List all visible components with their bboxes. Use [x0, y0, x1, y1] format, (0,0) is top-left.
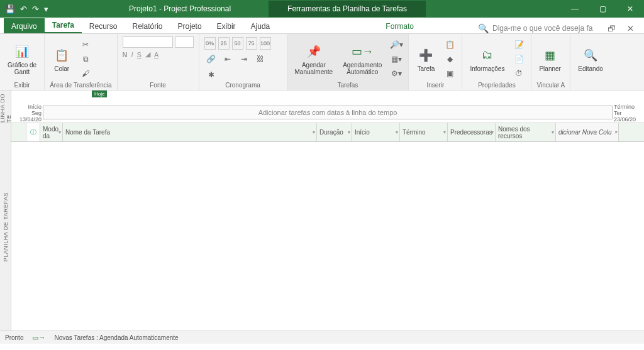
split-button[interactable]: ✱ — [204, 68, 218, 81]
schedule-auto-button[interactable]: ▭→ Agendamento Automático — [340, 41, 384, 77]
col-finish[interactable]: Término▾ — [400, 123, 448, 141]
ribbon-tabs: Arquivo Tarefa Recurso Relatório Projeto… — [0, 18, 644, 34]
tell-me-search[interactable]: 🔍 Diga-me o que você deseja fa — [478, 23, 592, 33]
group-editar: 🔍 Editando — [570, 34, 610, 90]
sheet-vtab[interactable]: PLANILHA DE TAREFAS — [0, 123, 11, 331]
timeline-pane: LINHA DO TE Hoje InícioSeg 13/04/20 Adic… — [0, 90, 644, 123]
status-bar: Pronto ▭→ Novas Tarefas : Agendada Autom… — [0, 331, 644, 344]
information-button[interactable]: 🗂 Informações — [467, 45, 507, 74]
col-name[interactable]: Nome da Tarefa▾ — [63, 123, 317, 141]
pin-icon: 📌 — [304, 43, 323, 60]
col-resources[interactable]: Nomes dos recursos▾ — [496, 123, 556, 141]
tab-ajuda[interactable]: Ajuda — [243, 18, 278, 33]
col-indicators[interactable]: ⓘ — [26, 123, 40, 141]
editing-button[interactable]: 🔍 Editando — [575, 45, 605, 74]
milestone-button[interactable]: ◆ — [443, 53, 457, 65]
unlink-button[interactable]: ⛓ — [253, 53, 267, 65]
timeline-start-label: InícioSeg 13/04/20 — [13, 104, 42, 123]
insert-task-button[interactable]: ➕ Tarefa — [414, 45, 438, 74]
tell-me-placeholder: Diga-me o que você deseja fa — [492, 24, 592, 33]
timeline-scale: Hoje — [11, 90, 644, 102]
format-painter-button[interactable]: 🖌 — [79, 67, 92, 80]
qat-more-icon[interactable]: ▾ — [44, 4, 48, 14]
col-index[interactable] — [11, 123, 26, 141]
deliverable-button[interactable]: ▣ — [443, 67, 457, 80]
tab-formato[interactable]: Formato — [378, 18, 421, 33]
undo-icon[interactable]: ↶ — [20, 4, 27, 14]
col-duration[interactable]: Duração▾ — [317, 123, 352, 141]
tab-projeto[interactable]: Projeto — [170, 18, 209, 33]
copy-button[interactable]: ⧉ — [79, 53, 92, 65]
info-icon: ⓘ — [30, 128, 36, 137]
group-vincular: ▦ Planner Vincular A — [531, 34, 570, 90]
move-button[interactable]: ▦▾ — [389, 53, 403, 65]
paste-icon: 📋 — [52, 46, 71, 64]
underline-button[interactable]: S — [137, 51, 142, 58]
pct-0-button[interactable]: 0% — [204, 37, 216, 50]
pct-75-button[interactable]: 75 — [246, 37, 257, 50]
pct-50-button[interactable]: 50 — [232, 37, 243, 50]
close-button[interactable]: ✕ — [616, 0, 644, 18]
group-fonte: N I S ◢ A Fonte — [118, 34, 199, 90]
outdent-button[interactable]: ⇤ — [221, 53, 235, 65]
window-title: Projeto1 - Project Professional — [129, 4, 231, 13]
tab-recurso[interactable]: Recurso — [82, 18, 125, 33]
gantt-icon: 📊 — [13, 43, 31, 60]
font-name-select[interactable] — [123, 36, 173, 48]
timeline-today-marker: Hoje — [92, 90, 107, 97]
indent-button[interactable]: ⇥ — [237, 53, 251, 65]
timeline-add-button[interactable]: ⏱ — [512, 67, 526, 80]
tab-relatorio[interactable]: Relatório — [125, 18, 170, 33]
paste-button[interactable]: 📋 Colar — [50, 45, 74, 74]
schedule-manual-button[interactable]: 📌 Agendar Manualmente — [292, 41, 336, 77]
search-icon: 🔍 — [478, 23, 489, 33]
redo-icon[interactable]: ↷ — [32, 4, 39, 14]
group-cronograma: 0% 25 50 75 100 🔗 ⇤ ⇥ ⛓ ✱ Cronograma — [199, 34, 287, 90]
col-predecessors[interactable]: Predecessoras▾ — [448, 123, 496, 141]
bgcolor-button[interactable]: ◢ — [145, 50, 150, 58]
col-mode[interactable]: Modo da▾ — [40, 123, 63, 141]
summary-button[interactable]: 📋 — [443, 38, 457, 51]
task-plus-icon: ➕ — [416, 46, 435, 64]
timeline-bar[interactable]: Adicionar tarefas com datas à linha do t… — [43, 106, 613, 119]
minimize-button[interactable]: — — [561, 0, 589, 18]
group-tarefas: 📌 Agendar Manualmente ▭→ Agendamento Aut… — [287, 34, 409, 90]
font-size-select[interactable] — [175, 36, 194, 48]
group-inserir: ➕ Tarefa 📋 ◆ ▣ Inserir — [409, 34, 462, 90]
pct-25-button[interactable]: 25 — [218, 37, 230, 50]
status-ready: Pronto — [5, 334, 23, 341]
bold-button[interactable]: N — [123, 51, 128, 58]
inspect-button[interactable]: 🔎▾ — [389, 38, 403, 51]
maximize-button[interactable]: ▢ — [589, 0, 616, 18]
fontcolor-button[interactable]: A — [154, 51, 158, 58]
close-subwindow-icon[interactable]: ✕ — [627, 24, 634, 33]
quick-access-toolbar: 💾 ↶ ↷ ▾ — [0, 4, 53, 14]
link-button[interactable]: 🔗 — [204, 53, 218, 65]
task-sheet-pane: PLANILHA DE TAREFAS ⓘ Modo da▾ Nome da T… — [0, 123, 644, 331]
group-exibir: 📊 Gráfico de Gantt Exibir — [0, 34, 45, 90]
grid-body[interactable] — [11, 142, 644, 331]
tab-tarefa[interactable]: Tarefa — [45, 17, 82, 33]
details-button[interactable]: 📄 — [512, 53, 526, 65]
restore-ribbon-icon[interactable]: 🗗 — [608, 24, 616, 33]
group-clipboard: 📋 Colar ✂ ⧉ 🖌 Área de Transferência — [45, 34, 117, 90]
tab-arquivo[interactable]: Arquivo — [4, 18, 45, 33]
title-bar: 💾 ↶ ↷ ▾ Projeto1 - Project Professional … — [0, 0, 644, 18]
italic-button[interactable]: I — [131, 51, 133, 58]
gantt-chart-button[interactable]: 📊 Gráfico de Gantt — [5, 41, 39, 77]
timeline-vtab[interactable]: LINHA DO TE — [0, 90, 11, 123]
col-start[interactable]: Início▾ — [352, 123, 400, 141]
cut-button[interactable]: ✂ — [79, 38, 92, 51]
group-propriedades: 🗂 Informações 📝 📄 ⏱ Propriedades — [462, 34, 531, 90]
notes-button[interactable]: 📝 — [512, 38, 526, 51]
save-icon[interactable]: 💾 — [5, 4, 15, 14]
timeline-end-label: TérminoTer 23/06/20 — [614, 104, 643, 123]
planner-button[interactable]: ▦ Planner — [536, 45, 563, 74]
auto-icon: ▭→ — [353, 43, 372, 60]
tab-exibir[interactable]: Exibir — [209, 18, 243, 33]
mode-button[interactable]: ⚙▾ — [389, 67, 403, 80]
pct-100-button[interactable]: 100 — [260, 37, 271, 50]
info-icon: 🗂 — [478, 46, 497, 64]
col-add-new[interactable]: dicionar Nova Colu▾ — [556, 123, 619, 141]
grid-header: ⓘ Modo da▾ Nome da Tarefa▾ Duração▾ Iníc… — [11, 123, 644, 142]
